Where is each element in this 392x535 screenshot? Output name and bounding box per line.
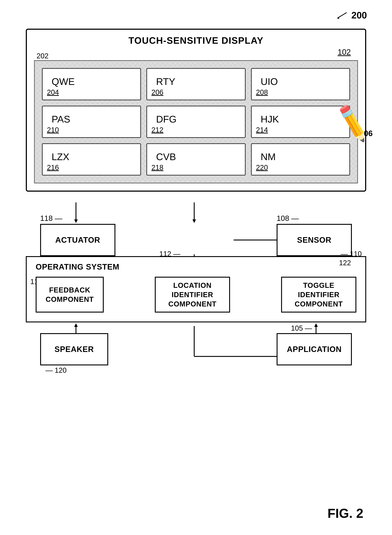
ref-200-area: 200 [334,10,367,21]
key-lzx-text: LZX [51,151,69,162]
os-inner-row: FEEDBACKCOMPONENT LOCATIONIDENTIFIERCOMP… [36,277,356,312]
fig-label: FIG. 2 [327,506,363,521]
speaker-area: SPEAKER — 120 [40,333,108,365]
actuator-box: ACTUATOR [40,224,115,256]
ref-108-label: 108 — [277,214,299,223]
key-hjk-text: HJK [261,114,279,125]
key-uio-ref: 208 [256,88,268,96]
keyboard-grid: QWE 204 RTY 206 UIO 208 PAS 210 DFG [42,68,350,176]
key-cvb: CVB 218 [146,143,245,176]
key-qwe-ref: 204 [47,88,59,96]
touch-display-section: TOUCH-SENSITIVE DISPLAY 102 202 QWE 204 … [26,29,366,192]
ref-102-label: 102 [27,48,365,57]
key-rty-text: RTY [156,76,175,87]
key-cvb-ref: 218 [151,163,163,172]
ref-122-label: 122 [339,259,351,267]
arrow-200-icon [334,11,349,20]
page-container: 200 TOUCH-SENSITIVE DISPLAY 102 202 QWE … [0,0,392,535]
ref-120-label: — 120 [46,366,67,374]
key-nm-text: NM [261,151,276,162]
key-nm-ref: 220 [256,163,268,172]
actuator-sensor-row: 118 — ACTUATOR 108 — SENSOR [26,202,366,256]
feedback-box: FEEDBACKCOMPONENT [36,277,104,312]
svg-marker-17 [314,323,318,327]
key-qwe: QWE 204 [42,68,141,100]
ref-118-label: 118 — [40,214,62,223]
actuator-area: 118 — ACTUATOR [40,224,115,256]
ref-112-label: 112 — [159,250,180,258]
key-dfg-ref: 212 [151,126,163,134]
key-nm: NM 220 [251,143,350,176]
key-rty-ref: 206 [151,88,163,96]
key-qwe-text: QWE [51,76,75,87]
svg-marker-1 [337,17,339,19]
application-area: 105 — APPLICATION [277,333,352,365]
key-lzx: LZX 216 [42,143,141,176]
touch-display-title: TOUCH-SENSITIVE DISPLAY [27,30,365,48]
key-pas-ref: 210 [47,126,59,134]
ref-202-label: 202 [37,52,49,60]
os-label: OPERATING SYSTEM [36,262,356,271]
ref-200-label: 200 [351,10,367,21]
key-pas-text: PAS [51,114,70,125]
key-hjk: HJK 214 ✏️ [251,106,350,138]
key-hjk-ref: 214 [256,126,268,134]
svg-marker-20 [74,323,78,327]
key-rty: RTY 206 [146,68,245,100]
application-box: APPLICATION [277,333,352,365]
ref-105-label: 105 — [291,324,312,332]
key-cvb-text: CVB [156,151,176,162]
svg-line-0 [338,13,347,18]
speaker-app-row: SPEAKER — 120 105 — APPLICATION [26,333,366,365]
key-pas: PAS 210 [42,106,141,138]
os-box: OPERATING SYSTEM 116 — 112 — — 110 122 F… [26,256,366,322]
ref-110-label: — 110 [341,250,362,258]
diagram-container: 118 — ACTUATOR 108 — SENSOR OPERATING SY… [26,202,366,365]
key-dfg: DFG 212 [146,106,245,138]
location-identifier-box: LOCATIONIDENTIFIERCOMPONENT [155,277,230,312]
speaker-box: SPEAKER [40,333,108,365]
key-dfg-text: DFG [156,114,177,125]
key-lzx-ref: 216 [47,163,59,172]
keyboard-area: 202 QWE 204 RTY 206 UIO 208 PAS [34,60,358,183]
key-uio: UIO 208 [251,68,350,100]
key-uio-text: UIO [261,76,278,87]
toggle-identifier-box: TOGGLEIDENTIFIERCOMPONENT [281,277,356,312]
